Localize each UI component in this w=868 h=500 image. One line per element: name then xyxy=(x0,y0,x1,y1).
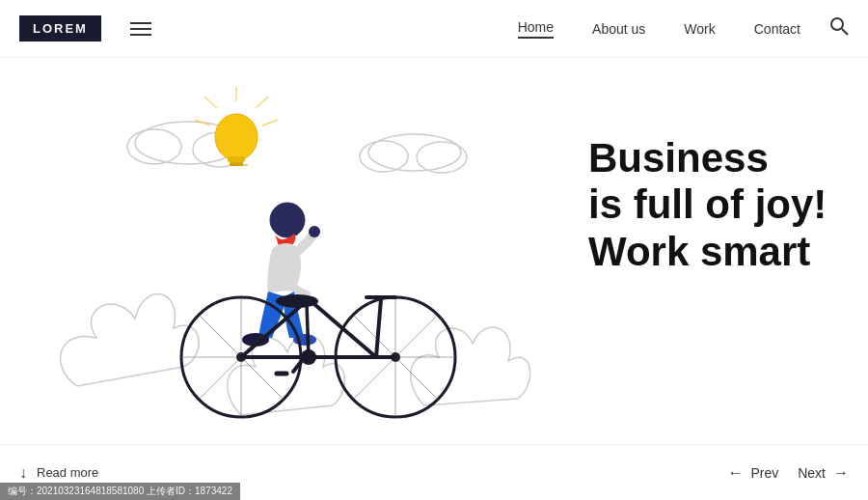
nav-work[interactable]: Work xyxy=(684,21,715,37)
right-arrow-icon: → xyxy=(833,464,849,482)
svg-point-17 xyxy=(270,203,305,237)
svg-line-39 xyxy=(376,299,381,357)
title-line1: Business xyxy=(588,135,769,181)
read-more-link[interactable]: ↓ Read more xyxy=(19,464,98,482)
svg-line-11 xyxy=(262,120,278,125)
svg-rect-14 xyxy=(228,156,245,162)
nav-contact[interactable]: Contact xyxy=(754,21,800,37)
hero-title: Business is full of joy! Work smart xyxy=(588,135,839,275)
svg-point-5 xyxy=(368,134,461,171)
svg-point-13 xyxy=(215,114,258,160)
hamburger-menu[interactable] xyxy=(130,22,151,36)
prev-button[interactable]: ← Prev xyxy=(727,464,778,482)
hero-illustration xyxy=(48,77,588,454)
read-more-label: Read more xyxy=(37,465,98,480)
prev-label: Prev xyxy=(750,465,778,481)
title-line3: Work smart xyxy=(588,229,810,274)
next-label: Next xyxy=(798,465,826,481)
nav-about[interactable]: About us xyxy=(592,21,645,37)
site-header: LOREM Home About us Work Contact xyxy=(0,0,868,58)
nav-home[interactable]: Home xyxy=(518,19,554,39)
next-button[interactable]: Next → xyxy=(798,464,849,482)
left-arrow-icon: ← xyxy=(727,464,743,482)
watermark: 编号：20210323164818581080 上传者ID：1873422 xyxy=(0,483,240,500)
main-content: Business is full of joy! Work smart ↓ Re… xyxy=(0,58,868,500)
svg-point-18 xyxy=(309,226,320,237)
svg-line-9 xyxy=(256,97,268,108)
svg-line-1 xyxy=(842,29,848,35)
search-icon[interactable] xyxy=(829,16,849,41)
svg-line-10 xyxy=(204,97,217,108)
down-arrow-icon: ↓ xyxy=(19,464,27,482)
svg-point-38 xyxy=(276,294,318,308)
logo: LOREM xyxy=(19,15,101,42)
svg-point-0 xyxy=(831,18,843,30)
svg-point-6 xyxy=(360,141,408,172)
main-nav: Home About us Work Contact xyxy=(518,19,800,39)
title-line2: is full of joy! xyxy=(588,181,827,227)
hero-text: Business is full of joy! Work smart xyxy=(588,135,839,275)
svg-point-41 xyxy=(301,349,316,365)
svg-line-37 xyxy=(307,304,309,357)
pagination-controls: ← Prev Next → xyxy=(727,464,849,482)
